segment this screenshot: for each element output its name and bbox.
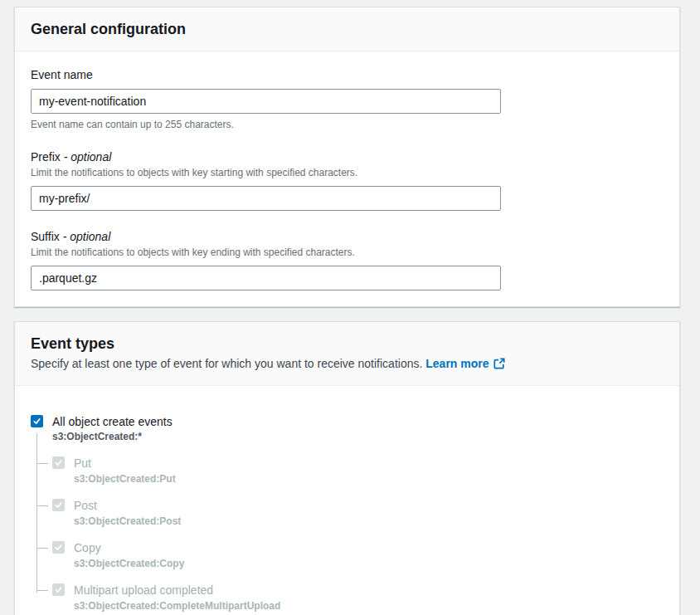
prefix-label: Prefix - optional xyxy=(31,150,664,164)
suffix-label: Suffix - optional xyxy=(31,230,664,244)
tree-vertical-line xyxy=(36,433,37,593)
put-row: Put xyxy=(52,456,664,471)
post-label: Post xyxy=(74,498,97,513)
all-object-create-events-code: s3:ObjectCreated:* xyxy=(36,431,664,443)
put-label: Put xyxy=(74,456,91,471)
prefix-field: Prefix - optional Limit the notification… xyxy=(31,150,664,211)
learn-more-link[interactable]: Learn more xyxy=(425,357,489,370)
all-object-create-events-row: All object create events xyxy=(31,414,664,429)
prefix-optional-tag: - optional xyxy=(64,150,112,164)
copy-row: Copy xyxy=(52,540,664,555)
general-configuration-header: General configuration xyxy=(15,7,679,51)
prefix-description: Limit the notifications to objects with … xyxy=(31,167,664,179)
post-row: Post xyxy=(52,498,664,513)
copy-code: s3:ObjectCreated:Copy xyxy=(74,558,664,570)
tree-children: Put s3:ObjectCreated:Put Post s3:ObjectC… xyxy=(36,456,664,613)
event-types-description: Specify at least one type of event for w… xyxy=(31,356,664,373)
event-types-body: All object create events s3:ObjectCreate… xyxy=(15,386,679,615)
multipart-upload-completed-row: Multipart upload completed xyxy=(52,583,664,598)
event-name-input[interactable] xyxy=(31,89,501,114)
suffix-optional-tag: - optional xyxy=(63,230,111,243)
event-name-field: Event name Event name can contain up to … xyxy=(31,68,664,131)
post-checkbox xyxy=(52,499,65,511)
put-checkbox xyxy=(52,456,65,469)
event-name-label: Event name xyxy=(31,68,664,82)
suffix-input[interactable] xyxy=(31,266,501,290)
event-name-helper: Event name can contain up to 255 charact… xyxy=(31,119,664,131)
event-types-header: Event types Specify at least one type of… xyxy=(15,322,679,386)
event-types-title: Event types xyxy=(31,334,664,354)
put-code: s3:ObjectCreated:Put xyxy=(74,473,664,486)
all-object-create-events-checkbox[interactable] xyxy=(31,415,43,427)
all-object-create-events-label: All object create events xyxy=(52,414,173,429)
multipart-upload-completed-code: s3:ObjectCreated:CompleteMultipartUpload xyxy=(74,600,664,613)
event-type-post: Post s3:ObjectCreated:Post xyxy=(52,498,664,528)
general-configuration-body: Event name Event name can contain up to … xyxy=(15,51,679,306)
general-configuration-title: General configuration xyxy=(31,19,664,39)
external-link-icon xyxy=(493,359,505,372)
general-configuration-panel: General configuration Event name Event n… xyxy=(14,7,680,307)
page: General configuration Event name Event n… xyxy=(0,0,700,615)
post-code: s3:ObjectCreated:Post xyxy=(74,515,664,528)
prefix-input[interactable] xyxy=(31,186,501,211)
event-types-panel: Event types Specify at least one type of… xyxy=(14,321,680,615)
event-type-multipart-upload-completed: Multipart upload completed s3:ObjectCrea… xyxy=(52,583,664,613)
multipart-upload-completed-label: Multipart upload completed xyxy=(74,583,213,598)
event-type-put: Put s3:ObjectCreated:Put xyxy=(52,456,664,486)
copy-label: Copy xyxy=(74,540,101,555)
event-types-tree: All object create events s3:ObjectCreate… xyxy=(31,403,664,613)
multipart-upload-completed-checkbox xyxy=(52,583,65,596)
copy-checkbox xyxy=(52,541,65,554)
tree-body: s3:ObjectCreated:* Put s3:ObjectCreated:… xyxy=(36,431,664,613)
event-type-copy: Copy s3:ObjectCreated:Copy xyxy=(52,540,664,570)
suffix-description: Limit the notifications to objects with … xyxy=(31,246,664,259)
suffix-field: Suffix - optional Limit the notification… xyxy=(31,230,664,290)
